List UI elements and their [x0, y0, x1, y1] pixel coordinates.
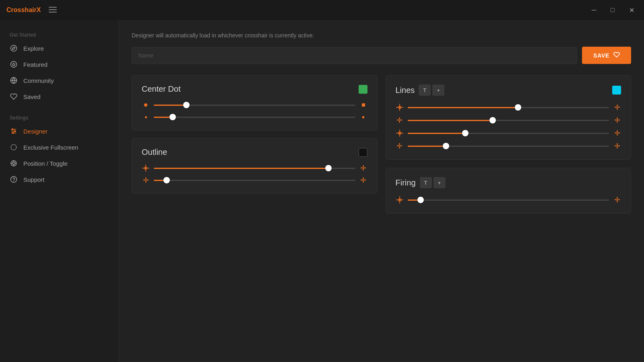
svg-point-3 — [11, 45, 17, 51]
outline-header: Outline — [142, 148, 367, 157]
minimize-button[interactable]: ─ — [588, 5, 599, 15]
firing-tab-plus[interactable]: + — [433, 177, 446, 188]
outline-crosshair-icon-left-1 — [142, 165, 150, 172]
firing-slider-1[interactable] — [408, 200, 609, 201]
svg-point-11 — [12, 129, 13, 130]
sidebar-item-position-toggle[interactable]: Position / Toggle — [0, 155, 118, 171]
firing-tabs: T + — [420, 177, 446, 188]
firing-title: Firing — [396, 178, 416, 187]
lines-tab-plus[interactable]: + — [432, 84, 444, 96]
lines-slider-3-wrap — [408, 129, 609, 137]
app-title: CrosshairX — [6, 6, 41, 14]
star-circle-icon — [10, 60, 18, 68]
svg-point-13 — [12, 132, 14, 134]
lines-slider-2[interactable] — [408, 120, 609, 121]
center-dot-panel: Center Dot — [132, 75, 378, 130]
lines-crosshair-icon-right-4: ✛ — [613, 142, 621, 150]
lines-color-swatch[interactable] — [612, 86, 621, 95]
globe-icon — [10, 76, 18, 84]
compass-icon — [10, 44, 18, 52]
center-dot-slider-2-wrap — [154, 113, 355, 121]
firing-panel: Firing T + — [386, 168, 632, 214]
close-button[interactable]: ✕ — [626, 5, 638, 16]
heart-save-icon — [613, 51, 620, 59]
center-dot-color-swatch[interactable] — [359, 85, 367, 94]
lines-slider-row-1: ✛ — [396, 103, 621, 112]
menu-button[interactable] — [49, 6, 57, 14]
firing-header: Firing T + — [396, 177, 621, 188]
titlebar: CrosshairX ─ □ ✕ — [0, 0, 644, 20]
firing-slider-row-1: ✛ — [396, 195, 621, 204]
outline-slider-1[interactable] — [154, 168, 355, 169]
outline-crosshair-icon-right-1: ✛ — [359, 165, 367, 172]
sliders-icon — [10, 127, 18, 135]
main-layout: Get Started Explore Featured Community — [0, 20, 644, 362]
center-dot-slider-1[interactable] — [154, 105, 355, 106]
center-dot-slider-row-2 — [142, 113, 367, 121]
panels-grid: Center Dot — [132, 75, 631, 214]
sidebar-item-explore[interactable]: Explore — [0, 40, 118, 56]
center-dot-title: Center Dot — [142, 84, 181, 94]
outline-slider-1-wrap — [154, 164, 355, 172]
sidebar-label-support: Support — [23, 176, 45, 183]
outline-slider-2[interactable] — [154, 180, 355, 181]
lines-slider-3[interactable] — [408, 133, 609, 134]
lines-slider-row-2: ✛ ✛ — [396, 116, 621, 125]
outline-crosshair-icon-left-2: ✛ — [142, 177, 150, 184]
lines-tab-t[interactable]: T — [419, 84, 431, 96]
outline-crosshair-icon-right-2: ✛ — [359, 177, 367, 184]
center-dot-dot-icon-2 — [142, 116, 150, 118]
svg-point-16 — [12, 162, 15, 165]
sidebar-item-community[interactable]: Community — [0, 72, 118, 88]
sidebar-label-featured: Featured — [23, 61, 47, 68]
titlebar-left: CrosshairX — [6, 6, 57, 14]
sidebar-item-exclusive-fullscreen[interactable]: Exclusive Fullscreen — [0, 139, 118, 155]
firing-crosshair-icon-left-1 — [396, 196, 404, 204]
sidebar-item-featured[interactable]: Featured — [0, 56, 118, 72]
lines-panel: Lines T + — [386, 75, 632, 160]
center-dot-slider-1-wrap — [154, 101, 355, 109]
center-dot-sq-icon-1 — [359, 103, 367, 107]
center-dot-sq-icon-2 — [359, 116, 367, 118]
sidebar-label-community: Community — [23, 77, 54, 84]
lines-crosshair-icon-right-2: ✛ — [613, 116, 621, 125]
firing-slider-1-wrap — [408, 196, 609, 204]
svg-point-12 — [14, 131, 16, 132]
maximize-button[interactable]: □ — [607, 5, 618, 15]
lines-crosshair-icon-left-3 — [396, 130, 404, 137]
name-input[interactable] — [132, 47, 577, 64]
lines-header: Lines T + — [396, 84, 621, 96]
svg-rect-1 — [49, 9, 57, 10]
sidebar-item-support[interactable]: Support — [0, 171, 118, 187]
app-name-text: Crosshair — [6, 6, 37, 13]
outline-slider-2-wrap — [154, 176, 355, 184]
lines-slider-4-wrap — [408, 142, 609, 150]
outline-color-swatch[interactable] — [359, 148, 367, 157]
center-dot-slider-2[interactable] — [154, 117, 355, 118]
firing-tab-t[interactable]: T — [420, 177, 432, 188]
right-panels: Lines T + — [386, 75, 632, 214]
lines-crosshair-icon-right-3: ✛ — [613, 129, 621, 138]
sidebar-label-designer: Designer — [23, 128, 47, 135]
lines-slider-row-3: ✛ — [396, 129, 621, 138]
lines-slider-1[interactable] — [408, 107, 609, 108]
sidebar-item-designer[interactable]: Designer — [0, 123, 118, 139]
content-description: Designer will automatically load in whic… — [132, 32, 631, 39]
save-label: SAVE — [593, 52, 609, 59]
save-button[interactable]: SAVE — [582, 47, 631, 64]
name-save-row: SAVE — [132, 47, 631, 64]
lines-title: Lines — [396, 86, 415, 95]
lines-slider-4[interactable] — [408, 146, 609, 147]
lines-slider-1-wrap — [408, 103, 609, 111]
svg-rect-0 — [49, 7, 57, 8]
lines-crosshair-icon-left-1 — [396, 104, 404, 111]
outline-slider-row-2: ✛ ✛ — [142, 176, 367, 184]
sidebar-label-exclusive-fullscreen: Exclusive Fullscreen — [23, 144, 78, 151]
fullscreen-icon — [10, 143, 18, 151]
lines-title-group: Lines T + — [396, 84, 445, 96]
sidebar-item-saved[interactable]: Saved — [0, 88, 118, 105]
app-name-x: X — [37, 6, 41, 13]
lines-crosshair-icon-left-2: ✛ — [396, 116, 404, 125]
sidebar-section-settings: Settings — [0, 111, 118, 123]
center-dot-dot-icon-1 — [142, 103, 150, 107]
